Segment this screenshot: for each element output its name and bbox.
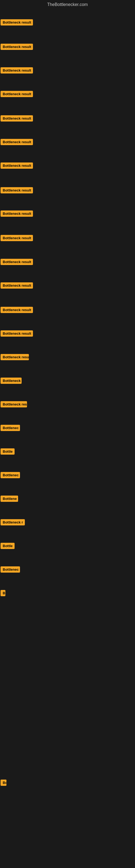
- bottleneck-badge-0: Bottleneck result: [1, 19, 33, 26]
- bottleneck-badge-1: Bottleneck result: [1, 44, 33, 50]
- bottleneck-badge-22: Bottle: [1, 543, 14, 549]
- bottleneck-badge-16: Bottleneck res: [1, 401, 27, 407]
- site-title: TheBottlenecker.com: [0, 0, 135, 9]
- bottleneck-badge-23: Bottlenec: [1, 566, 20, 572]
- bottleneck-badge-7: Bottleneck result: [1, 187, 33, 193]
- bottleneck-badge-2: Bottleneck result: [1, 67, 33, 73]
- bottleneck-badge-18: Bottle: [1, 448, 14, 455]
- bottleneck-badge-20: Bottlene: [1, 496, 18, 502]
- bottleneck-badge-9: Bottleneck result: [1, 235, 33, 241]
- bottleneck-badge-21: Bottleneck r: [1, 519, 25, 525]
- bottleneck-badge-8: Bottleneck result: [1, 211, 33, 217]
- bottleneck-badge-19: Bottlenec: [1, 472, 20, 478]
- bottleneck-badge-14: Bottleneck resu: [1, 354, 29, 360]
- bottleneck-badge-11: Bottleneck result: [1, 282, 33, 289]
- bottleneck-badge-12: Bottleneck result: [1, 307, 33, 313]
- main-container: TheBottlenecker.com Bottleneck resultBot…: [0, 0, 135, 868]
- bottleneck-badge-28: Bo: [1, 780, 6, 786]
- bottleneck-badge-13: Bottleneck result: [1, 330, 33, 337]
- bottleneck-badge-24: B: [1, 590, 5, 596]
- bottleneck-badge-10: Bottleneck result: [1, 259, 33, 265]
- bottleneck-badge-17: Bottlenec: [1, 425, 20, 431]
- bottleneck-badge-15: Bottleneck: [1, 378, 21, 384]
- bottleneck-badge-4: Bottleneck result: [1, 115, 33, 122]
- bottleneck-badge-6: Bottleneck result: [1, 162, 33, 169]
- bottleneck-badge-5: Bottleneck result: [1, 139, 33, 145]
- bottleneck-badge-3: Bottleneck result: [1, 91, 33, 97]
